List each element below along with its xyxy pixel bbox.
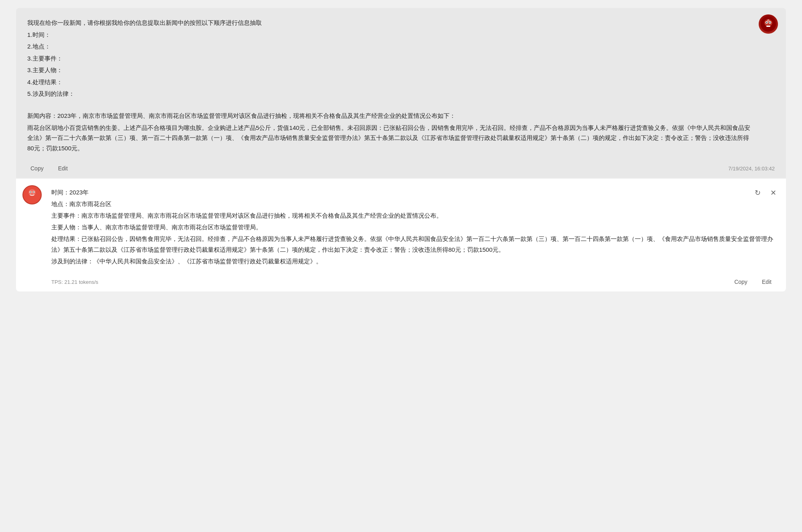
user-message-footer: Copy Edit 7/19/2024, 16:03:42 — [27, 159, 775, 178]
svg-point-12 — [30, 192, 31, 192]
prompt-line-3: 3.主要事件： — [27, 53, 751, 64]
prompt-line-0: 我现在给你一段新闻，请你根据我给你的信息提取出新闻中的按照以下顺序进行信息抽取 — [27, 18, 751, 28]
ai-controls: ↻ ✕ — [753, 187, 778, 199]
svg-rect-7 — [768, 20, 769, 21]
chat-container: 我现在给你一段新闻，请你根据我给你的信息提取出新闻中的按照以下顺序进行信息抽取 … — [8, 8, 794, 291]
svg-rect-6 — [766, 26, 770, 27]
news-body: 雨花台区胡地小百货店销售的生姜。上述产品不合格项目为噻虫胺。企业购进上述产品5公… — [27, 123, 751, 154]
news-label-content: 新闻内容：2023年，南京市市场监督管理局、南京市雨花台区市场监督管理局对该区食… — [27, 111, 751, 121]
tps-info: TPS: 21.21 tokens/s — [51, 279, 98, 285]
ai-message-block: ↻ ✕ 时间：2023年 地点：南京市雨花台区 主要事件：南京市市场监督管理局、… — [16, 179, 786, 291]
ai-avatar-icon — [25, 186, 39, 203]
svg-point-13 — [33, 192, 34, 192]
prompt-line-6: 5.涉及到的法律： — [27, 89, 751, 99]
ai-response-line-1: 地点：南京市雨花台区 — [51, 198, 775, 209]
svg-point-4 — [766, 22, 768, 23]
prompt-line-4: 3.主要人物： — [27, 65, 751, 75]
ai-refresh-button[interactable]: ↻ — [753, 187, 762, 199]
ai-copy-button[interactable]: Copy — [731, 277, 751, 287]
ai-avatar — [22, 185, 42, 204]
user-avatar — [759, 14, 778, 34]
ai-message-content: 时间：2023年 地点：南京市雨花台区 主要事件：南京市市场监督管理局、南京市雨… — [27, 187, 775, 267]
user-copy-button[interactable]: Copy — [27, 164, 47, 173]
ai-message-footer: TPS: 21.21 tokens/s Copy Edit — [27, 272, 775, 291]
prompt-line-1: 1.时间： — [27, 30, 751, 40]
user-message-text: 我现在给你一段新闻，请你根据我给你的信息提取出新闻中的按照以下顺序进行信息抽取 … — [27, 18, 775, 153]
user-footer-actions: Copy Edit — [27, 164, 71, 173]
user-avatar-icon — [759, 14, 778, 34]
ai-response-line-0: 时间：2023年 — [51, 187, 775, 198]
user-edit-button[interactable]: Edit — [55, 164, 71, 173]
ai-response-line-5: 涉及到的法律：《中华人民共和国食品安全法》、《江苏省市场监督管理行政处罚裁量权适… — [51, 256, 775, 267]
svg-point-5 — [770, 22, 771, 23]
ai-close-button[interactable]: ✕ — [769, 187, 778, 199]
svg-point-9 — [28, 189, 36, 196]
user-message-block: 我现在给你一段新闻，请你根据我给你的信息提取出新闻中的按照以下顺序进行信息抽取 … — [16, 8, 786, 178]
ai-response-line-4: 处理结果：已张贴召回公告，因销售食用完毕，无法召回。经排查，产品不合格原因为当事… — [51, 233, 775, 255]
ai-response-line-2: 主要事件：南京市市场监督管理局、南京市雨花台区市场监督管理局对该区食品进行抽检，… — [51, 210, 775, 221]
ai-edit-button[interactable]: Edit — [759, 277, 775, 287]
user-timestamp: 7/19/2024, 16:03:42 — [728, 166, 775, 172]
prompt-line-2: 2.地点： — [27, 41, 751, 52]
prompt-line-5: 4.处理结果： — [27, 77, 751, 87]
ai-response-line-3: 主要人物：当事人、南京市市场监督管理局、南京市雨花台区市场监督管理局。 — [51, 222, 775, 233]
ai-footer-actions: Copy Edit — [731, 277, 775, 287]
